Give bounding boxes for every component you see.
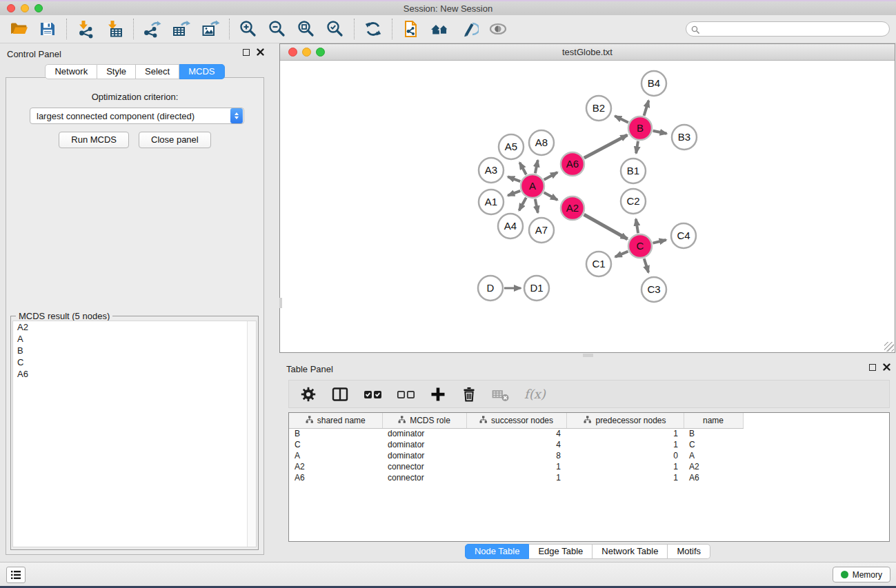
graphics-details-icon[interactable] [488, 19, 508, 39]
first-neighbors-icon[interactable] [430, 19, 450, 39]
table-tab-node-table[interactable]: Node Table [465, 544, 530, 559]
edge-A-A3[interactable] [508, 176, 520, 181]
column-header-predecessor-nodes[interactable]: predecessor nodes [566, 413, 684, 428]
table-row[interactable]: A2connector11A2 [289, 461, 743, 472]
edge-A-A6[interactable] [544, 172, 557, 180]
table-row[interactable]: A6connector11A6 [289, 472, 743, 483]
node-C1[interactable]: C1 [586, 252, 611, 276]
node-B3[interactable]: B3 [672, 125, 697, 150]
clone-network-icon[interactable] [401, 19, 421, 39]
node-B[interactable]: B [628, 116, 652, 140]
edge-A-A1[interactable] [508, 191, 520, 196]
edge-B-B2[interactable] [615, 116, 628, 122]
column-view-icon[interactable] [331, 386, 349, 403]
table-tab-motifs[interactable]: Motifs [668, 544, 710, 559]
result-item[interactable]: A2 [13, 321, 256, 333]
table-tab-network-table[interactable]: Network Table [593, 544, 668, 559]
run-mcds-button[interactable]: Run MCDS [59, 132, 129, 148]
edge-C-C2[interactable] [636, 219, 638, 234]
column-header-successor-nodes[interactable]: successor nodes [466, 413, 566, 428]
result-scrollbar[interactable] [247, 321, 256, 547]
edge-C-C4[interactable] [653, 240, 666, 243]
node-A3[interactable]: A3 [479, 158, 504, 183]
pane-splitter-tick[interactable] [583, 354, 593, 357]
node-A8[interactable]: A8 [529, 130, 554, 155]
node-C[interactable]: C [628, 234, 652, 258]
table-settings-icon[interactable] [300, 386, 317, 403]
table-row[interactable]: Cdominator41C [289, 439, 743, 450]
node-A7[interactable]: A7 [529, 218, 554, 243]
node-A1[interactable]: A1 [479, 190, 504, 214]
import-table-icon[interactable] [104, 19, 125, 39]
edge-B-B1[interactable] [636, 141, 638, 154]
node-D1[interactable]: D1 [524, 276, 549, 301]
delete-column-icon[interactable] [461, 386, 477, 403]
network-canvas[interactable]: B4B2BB3A8A5A6A3B1AA1C2A2A4A7C4CC1C3DD1 [280, 61, 895, 352]
node-A[interactable]: A [521, 174, 544, 198]
zoom-fit-icon[interactable] [296, 19, 317, 39]
edge-C-C3[interactable] [644, 258, 648, 272]
edge-A-A2[interactable] [544, 192, 557, 200]
node-D[interactable]: D [478, 276, 503, 301]
close-panel-icon[interactable] [883, 363, 890, 371]
node-C3[interactable]: C3 [641, 277, 666, 302]
tab-mcds[interactable]: MCDS [179, 64, 224, 79]
table-tab-edge-table[interactable]: Edge Table [529, 544, 593, 559]
node-A4[interactable]: A4 [498, 214, 523, 239]
export-table-icon[interactable] [171, 19, 192, 39]
result-item[interactable]: C [13, 356, 256, 368]
function-builder-icon[interactable]: f(x) [524, 387, 546, 401]
annotations-icon[interactable] [459, 19, 479, 39]
tab-style[interactable]: Style [97, 64, 136, 79]
float-panel-icon[interactable] [869, 364, 876, 371]
import-network-icon[interactable] [75, 19, 96, 39]
edge-A-A5[interactable] [519, 163, 526, 174]
zoom-out-icon[interactable] [267, 19, 288, 39]
network-window-titlebar[interactable]: testGlobe.txt [280, 44, 895, 61]
export-network-icon[interactable] [142, 19, 163, 39]
zoom-selected-icon[interactable] [325, 19, 346, 39]
pane-splitter-tick[interactable] [279, 298, 282, 308]
table-row[interactable]: Bdominator41B [289, 428, 743, 439]
resize-grip-icon[interactable] [884, 342, 894, 352]
node-B2[interactable]: B2 [586, 96, 611, 121]
close-panel-button[interactable]: Close panel [139, 132, 211, 148]
edge-A-A8[interactable] [535, 160, 538, 173]
delete-table-icon[interactable] [492, 386, 510, 403]
close-panel-icon[interactable] [257, 48, 264, 56]
tab-select[interactable]: Select [136, 64, 179, 79]
result-item[interactable]: A [13, 333, 256, 345]
zoom-in-icon[interactable] [238, 19, 259, 39]
save-session-icon[interactable] [37, 19, 58, 39]
edge-A6-B[interactable] [584, 135, 628, 158]
node-A6[interactable]: A6 [561, 152, 584, 176]
criterion-select[interactable]: largest connected component (directed) [30, 108, 244, 124]
node-B4[interactable]: B4 [641, 71, 666, 96]
add-column-icon[interactable] [430, 386, 446, 403]
edge-A-A7[interactable] [535, 199, 538, 213]
node-B1[interactable]: B1 [621, 159, 646, 183]
result-item[interactable]: A6 [13, 368, 256, 380]
memory-button[interactable]: Memory [833, 567, 890, 582]
edge-C-C1[interactable] [615, 252, 628, 257]
node-C2[interactable]: C2 [621, 189, 646, 214]
export-image-icon[interactable] [200, 19, 221, 39]
edge-B-B4[interactable] [644, 101, 649, 116]
tab-network[interactable]: Network [45, 64, 97, 79]
node-A5[interactable]: A5 [499, 134, 524, 159]
node-table[interactable]: shared nameMCDS rolesuccessor nodesprede… [288, 412, 890, 542]
node-A2[interactable]: A2 [561, 196, 584, 220]
search-input[interactable] [686, 21, 890, 37]
table-row[interactable]: Adominator80A [289, 450, 743, 461]
edge-A-A4[interactable] [519, 198, 526, 211]
column-header-MCDS-role[interactable]: MCDS role [382, 413, 466, 428]
select-all-icon[interactable] [364, 386, 382, 403]
node-C4[interactable]: C4 [671, 223, 696, 248]
refresh-layout-icon[interactable] [363, 19, 384, 39]
edge-B-B3[interactable] [653, 131, 667, 134]
column-header-shared-name[interactable]: shared name [289, 413, 382, 428]
deselect-all-icon[interactable] [397, 386, 415, 403]
task-history-button[interactable] [6, 567, 26, 583]
column-header-name[interactable]: name [684, 413, 743, 428]
edge-A2-C[interactable] [584, 214, 628, 239]
